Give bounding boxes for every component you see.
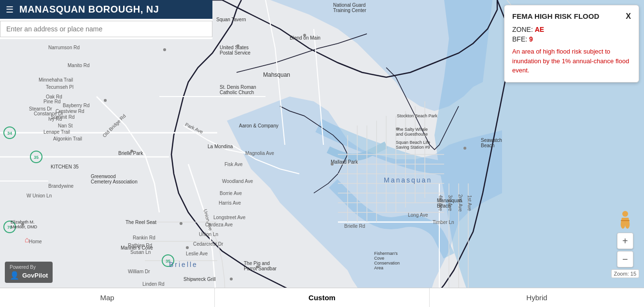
pegman-icon[interactable]	[617, 209, 633, 231]
fema-bfe-line: BFE: 9	[512, 35, 631, 43]
menu-bar: ☰ MANASQUAN BOROUGH, NJ	[0, 0, 212, 19]
svg-text:70: 70	[7, 225, 12, 230]
poi-brielle-park	[130, 150, 133, 153]
fema-zone-label: ZONE:	[512, 26, 533, 33]
powered-by-panel: Powered By 👤 GovPilot	[5, 262, 53, 283]
map-container: 35 34 70 35 Map data © Google Old Bridge…	[0, 0, 644, 307]
govpilot-logo[interactable]: 👤 GovPilot	[10, 271, 48, 280]
govpilot-person-icon: 👤	[10, 271, 19, 280]
fema-description: An area of high flood risk subject to in…	[512, 47, 631, 75]
svg-text:35: 35	[166, 259, 170, 264]
govpilot-text: GovPilot	[22, 272, 48, 279]
hamburger-icon[interactable]: ☰	[6, 4, 14, 15]
fema-header: FEMA HIGH RISK FLOOD X	[512, 12, 631, 21]
poi-mallard	[331, 163, 334, 166]
poi-home	[163, 48, 166, 51]
home-pin: ⌂	[25, 236, 29, 244]
poi-postal	[237, 44, 239, 47]
tab-custom[interactable]: Custom	[215, 288, 430, 307]
svg-text:35: 35	[34, 155, 39, 160]
poi-greenwood	[104, 99, 107, 102]
svg-point-40	[622, 211, 628, 217]
fema-close-button[interactable]: X	[626, 12, 631, 21]
fema-bfe-label: BFE:	[512, 35, 527, 43]
zoom-in-button[interactable]: +	[617, 233, 633, 249]
poi-pig-parrot	[256, 265, 259, 268]
search-box-container	[0, 19, 212, 39]
zoom-out-button[interactable]: −	[617, 251, 633, 267]
fema-bfe-value: 9	[529, 35, 533, 43]
poi-reel-seat	[180, 222, 182, 225]
poi-salty-whale	[396, 127, 399, 130]
poi-merkler	[21, 223, 24, 226]
svg-text:34: 34	[7, 131, 12, 136]
zoom-level-display: Zoom: 15	[611, 269, 639, 278]
poi-shipwreck	[230, 278, 233, 280]
search-input[interactable]	[0, 21, 212, 37]
fema-zone-line: ZONE: AE	[512, 26, 631, 33]
poi-blend	[303, 34, 306, 37]
bottom-tab-bar: Map Custom Hybrid	[0, 288, 644, 307]
header-panel: ☰ MANASQUAN BOROUGH, NJ	[0, 0, 212, 39]
poi-mariners	[186, 246, 189, 249]
fema-title: FEMA HIGH RISK FLOOD	[512, 12, 599, 20]
poi-seawatch	[463, 147, 466, 150]
map-controls: + − Zoom: 15	[611, 209, 639, 278]
powered-by-label: Powered By	[10, 265, 36, 270]
tab-hybrid[interactable]: Hybrid	[430, 288, 644, 307]
fema-zone-value: AE	[535, 26, 544, 33]
tab-map[interactable]: Map	[0, 288, 215, 307]
app-title: MANASQUAN BOROUGH, NJ	[19, 4, 159, 15]
fema-info-panel: FEMA HIGH RISK FLOOD X ZONE: AE BFE: 9 A…	[504, 5, 639, 83]
